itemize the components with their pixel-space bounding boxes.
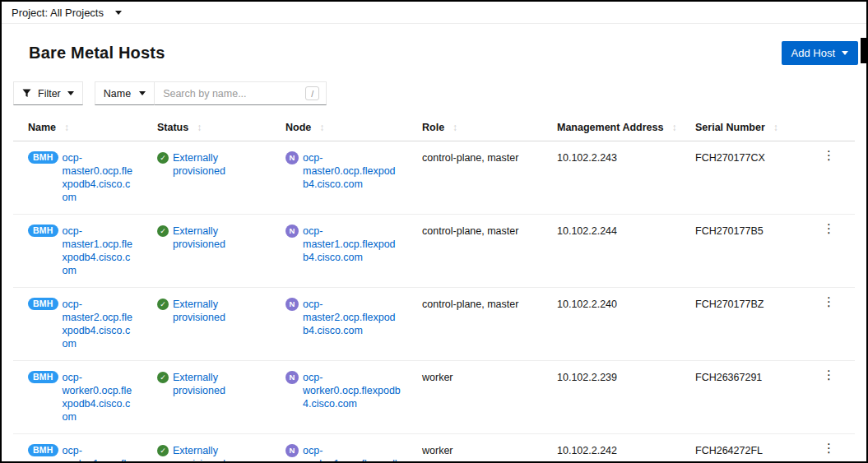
management-address-cell: 10.102.2.239: [542, 361, 680, 434]
column-header-serial-number[interactable]: Serial Number↕: [680, 113, 801, 141]
column-header-name[interactable]: Name↕: [13, 113, 142, 141]
kebab-menu-button[interactable]: ⋮: [818, 150, 840, 161]
table-body: BMH ocp-master0.ocp.flexpodb4.cisco.com …: [13, 141, 855, 463]
project-selector[interactable]: Project: All Projects: [12, 7, 122, 19]
kebab-menu-button[interactable]: ⋮: [818, 369, 840, 381]
name-cell: BMH ocp-master1.ocp.flexpodb4.cisco.com: [13, 215, 142, 288]
chevron-down-icon: [115, 11, 122, 15]
sort-icon: ↕: [773, 122, 778, 133]
search-attribute-label: Name: [104, 88, 131, 100]
actions-cell: ⋮: [801, 361, 855, 434]
filter-funnel-icon: [22, 89, 31, 98]
filter-dropdown[interactable]: Filter: [13, 81, 83, 105]
node-resource-badge: N: [285, 444, 299, 457]
role-cell: worker: [407, 434, 542, 463]
status-link[interactable]: Externally provisioned: [173, 298, 264, 324]
actions-cell: ⋮: [801, 434, 855, 463]
host-name-link[interactable]: ocp-master1.ocp.flexpodb4.cisco.com: [63, 225, 136, 277]
sort-icon: ↕: [453, 122, 457, 133]
success-check-icon: ✓: [157, 152, 169, 164]
add-host-button[interactable]: Add Host: [782, 41, 858, 65]
management-address-cell: 10.102.2.242: [542, 434, 680, 463]
success-check-icon: ✓: [157, 445, 169, 456]
kebab-menu-button[interactable]: ⋮: [818, 296, 840, 308]
role-cell: control-plane, master: [407, 215, 542, 288]
chevron-down-icon: [67, 91, 74, 95]
node-cell: N ocp-worker0.ocp.flexpodb4.cisco.com: [271, 361, 407, 434]
bmh-resource-badge: BMH: [28, 371, 58, 383]
table-row: BMH ocp-worker0.ocp.flexpodb4.cisco.com …: [13, 361, 855, 434]
name-cell: BMH ocp-worker0.ocp.flexpodb4.cisco.com: [13, 361, 142, 434]
role-cell: control-plane, master: [407, 141, 542, 215]
sort-icon: ↕: [197, 122, 202, 133]
status-cell: ✓ Externally provisioned: [142, 434, 271, 463]
serial-number-cell: FCH264272FL: [680, 434, 801, 463]
node-link[interactable]: ocp-worker0.ocp.flexpodb4.cisco.com: [303, 371, 401, 410]
status-cell: ✓ Externally provisioned: [142, 288, 271, 361]
status-link[interactable]: Externally provisioned: [173, 371, 264, 397]
table-row: BMH ocp-master1.ocp.flexpodb4.cisco.com …: [13, 215, 855, 288]
status-cell: ✓ Externally provisioned: [142, 141, 271, 215]
column-header-role[interactable]: Role↕: [407, 113, 542, 141]
bmh-resource-badge: BMH: [28, 298, 58, 310]
table-row: BMH ocp-master2.ocp.flexpodb4.cisco.com …: [13, 288, 855, 361]
project-selector-label: Project: All Projects: [12, 7, 104, 19]
search-box: /: [154, 81, 327, 105]
search-shortcut-hint: /: [305, 86, 319, 100]
serial-number-cell: FCH270177BZ: [680, 288, 801, 361]
column-header-management-address[interactable]: Management Address↕: [542, 113, 680, 141]
sort-icon: ↕: [64, 122, 69, 133]
search-attribute-dropdown[interactable]: Name: [95, 81, 154, 105]
actions-cell: ⋮: [801, 141, 855, 215]
filter-dropdown-label: Filter: [38, 88, 61, 100]
node-resource-badge: N: [285, 151, 299, 164]
node-link[interactable]: ocp-master2.ocp.flexpodb4.cisco.com: [303, 298, 401, 337]
management-address-cell: 10.102.2.240: [542, 288, 680, 361]
management-address-cell: 10.102.2.243: [542, 141, 680, 215]
status-link[interactable]: Externally provisioned: [173, 225, 264, 251]
management-address-cell: 10.102.2.244: [542, 215, 680, 288]
screen-edge-artifact: [861, 38, 866, 63]
actions-cell: ⋮: [801, 288, 855, 361]
sort-icon: ↕: [319, 122, 324, 133]
node-link[interactable]: ocp-master1.ocp.flexpodb4.cisco.com: [303, 225, 401, 264]
actions-cell: ⋮: [801, 215, 855, 288]
name-cell: BMH ocp-master2.ocp.flexpodb4.cisco.com: [13, 288, 142, 361]
kebab-menu-button[interactable]: ⋮: [818, 223, 840, 234]
bmh-resource-badge: BMH: [28, 444, 58, 456]
bmh-resource-badge: BMH: [28, 225, 58, 237]
node-resource-badge: N: [285, 225, 299, 238]
role-cell: worker: [407, 361, 542, 434]
serial-number-cell: FCH26367291: [680, 361, 801, 434]
node-cell: N ocp-master0.ocp.flexpodb4.cisco.com: [271, 141, 407, 215]
host-name-link[interactable]: ocp-master2.ocp.flexpodb4.cisco.com: [63, 298, 136, 350]
node-resource-badge: N: [285, 371, 299, 384]
success-check-icon: ✓: [157, 372, 169, 383]
column-header-status[interactable]: Status↕: [142, 113, 271, 141]
status-link[interactable]: Externally provisioned: [173, 151, 264, 178]
column-header-actions: [801, 113, 855, 141]
page-header: Bare Metal Hosts Add Host: [2, 24, 866, 76]
success-check-icon: ✓: [157, 299, 169, 310]
chevron-down-icon: [842, 51, 848, 55]
host-name-link[interactable]: ocp-master0.ocp.flexpodb4.cisco.com: [63, 151, 136, 204]
search-input[interactable]: [163, 88, 295, 100]
status-cell: ✓ Externally provisioned: [142, 215, 271, 288]
node-cell: N ocp-master2.ocp.flexpodb4.cisco.com: [271, 288, 407, 361]
role-cell: control-plane, master: [407, 288, 542, 361]
kebab-menu-button[interactable]: ⋮: [818, 442, 840, 454]
project-bar: Project: All Projects: [2, 2, 866, 24]
host-name-link[interactable]: ocp-worker0.ocp.flexpodb4.cisco.com: [63, 371, 136, 424]
host-name-link[interactable]: ocp-worker1.ocp.flexpodb4.cisco.com: [63, 444, 136, 463]
node-link[interactable]: ocp-worker1.ocp.flexpodb4.cisco.com: [303, 444, 401, 463]
status-link[interactable]: Externally provisioned: [173, 444, 264, 463]
column-header-node[interactable]: Node↕: [271, 113, 407, 141]
name-cell: BMH ocp-master0.ocp.flexpodb4.cisco.com: [13, 141, 142, 215]
sort-icon: ↕: [671, 122, 676, 133]
node-link[interactable]: ocp-master0.ocp.flexpodb4.cisco.com: [303, 151, 401, 191]
page-title: Bare Metal Hosts: [29, 44, 165, 63]
name-cell: BMH ocp-worker1.ocp.flexpodb4.cisco.com: [13, 434, 142, 463]
bmh-resource-badge: BMH: [28, 151, 58, 164]
serial-number-cell: FCH270177CX: [680, 141, 801, 215]
table-row: BMH ocp-worker1.ocp.flexpodb4.cisco.com …: [13, 434, 855, 463]
